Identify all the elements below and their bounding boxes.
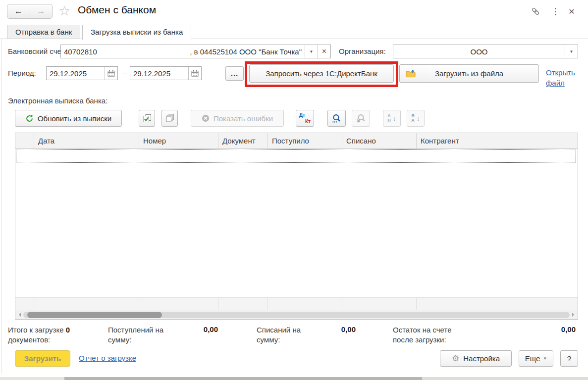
load-report-link[interactable]: Отчет о загрузке xyxy=(79,354,136,362)
more-label: Еще xyxy=(525,354,540,363)
load-from-file-label: Загрузить из файла xyxy=(435,69,503,78)
mark-all-button[interactable] xyxy=(139,110,155,127)
period-more-button[interactable]: ... xyxy=(225,66,244,81)
get-link-icon[interactable] xyxy=(529,5,542,18)
period-from-value: 29.12.2025 xyxy=(47,67,105,80)
totals-receipts-value: 0,00 xyxy=(168,325,218,333)
table-footer-row xyxy=(15,297,578,310)
calendar-icon xyxy=(191,70,199,77)
forward-button[interactable]: → xyxy=(30,4,53,18)
chevron-down-icon: ▼ xyxy=(570,49,574,54)
statement-table: Дата Номер Документ Поступило Списано Ко… xyxy=(15,133,578,320)
column-header-received[interactable]: Поступило xyxy=(268,133,342,148)
column-header-date[interactable]: Дата xyxy=(34,133,139,148)
organization-label: Организация: xyxy=(339,45,386,58)
scrollbar-thumb[interactable] xyxy=(27,312,162,318)
load-button[interactable]: Загрузить xyxy=(15,350,70,367)
refresh-icon xyxy=(25,114,34,123)
period-to-value: 29.12.2025 xyxy=(130,67,188,80)
period-to-calendar-button[interactable] xyxy=(188,67,201,80)
show-errors-button[interactable]: Показать ошибки xyxy=(191,110,284,127)
chain-icon xyxy=(530,6,541,17)
kebab-menu-icon[interactable] xyxy=(549,5,562,18)
tab-send-to-bank[interactable]: Отправка в банк xyxy=(7,25,80,39)
search-button[interactable] xyxy=(327,110,346,127)
error-circle-icon xyxy=(202,114,210,122)
bank-account-value: 40702810 , в 044525104 ООО "Банк Точка" xyxy=(61,45,305,58)
load-from-file-button[interactable]: Загрузить из файла xyxy=(399,64,539,83)
show-postings-button[interactable]: Дт Кт xyxy=(296,110,314,127)
focused-empty-row[interactable] xyxy=(16,149,576,163)
settings-label: Настройка xyxy=(463,354,500,363)
scroll-right-arrow[interactable] xyxy=(572,313,576,317)
bank-account-clear-button[interactable]: × xyxy=(318,45,330,58)
chevron-down-icon: ▼ xyxy=(543,356,547,361)
forward-arrow-icon: → xyxy=(37,6,45,16)
page-title: Обмен с банком xyxy=(78,4,156,16)
back-button[interactable]: ← xyxy=(7,4,30,18)
column-header-writtenoff[interactable]: Списано xyxy=(342,133,417,148)
folder-upload-icon xyxy=(406,69,416,78)
close-icon[interactable]: × xyxy=(565,5,578,18)
refresh-from-statement-label: Обновить из выписки xyxy=(38,114,111,123)
copy-documents-icon xyxy=(165,114,174,123)
open-file-link[interactable]: Открыть файл xyxy=(546,67,580,88)
nav-history-group: ← → xyxy=(7,4,53,19)
totals-docs-count: 0 xyxy=(66,326,70,334)
column-header-counterparty[interactable]: Контрагент xyxy=(417,133,578,148)
clear-icon: × xyxy=(322,47,326,56)
organization-dropdown-button[interactable]: ▼ xyxy=(565,45,578,58)
sort-az-icon: АЯ xyxy=(387,114,391,123)
down-arrow-icon: ↓ xyxy=(393,114,396,122)
unmark-all-button[interactable] xyxy=(161,110,178,127)
search-icon xyxy=(332,114,341,123)
request-directbank-button[interactable]: Запросить через 1С:ДиректБанк xyxy=(249,64,394,83)
refresh-from-statement-button[interactable]: Обновить из выписки xyxy=(15,110,122,127)
period-dash: – xyxy=(121,66,128,80)
back-arrow-icon: ← xyxy=(14,6,23,16)
bank-account-bank: , в 044525104 ООО "Банк Точка" xyxy=(190,48,302,56)
bank-account-label: Банковский счет: xyxy=(8,45,66,58)
favorite-star-icon[interactable]: ☆ xyxy=(58,3,70,19)
column-header-number[interactable]: Номер xyxy=(139,133,218,148)
gear-icon: ⚙ xyxy=(452,353,459,364)
totals-writeoffs-value: 0,00 xyxy=(306,325,356,333)
sort-descending-button[interactable]: ЯА ↓ xyxy=(407,110,425,127)
period-label: Период: xyxy=(8,66,36,80)
taskbar-strip xyxy=(0,377,588,380)
table-header-row: Дата Номер Документ Поступило Списано Ко… xyxy=(15,133,578,149)
period-from-input[interactable]: 29.12.2025 xyxy=(46,66,118,80)
calendar-icon xyxy=(107,70,115,77)
check-documents-icon xyxy=(143,114,152,123)
more-button[interactable]: Еще ▼ xyxy=(519,350,553,367)
scroll-left-arrow[interactable] xyxy=(17,313,21,317)
search-cancel-icon xyxy=(356,114,366,123)
organization-combobox[interactable]: ООО ▼ xyxy=(393,45,578,58)
sort-za-icon: ЯА xyxy=(411,114,415,123)
totals-docs-label: Итого к загрузке 0 документов: xyxy=(8,325,105,345)
totals-balance-value: 0,00 xyxy=(509,325,576,333)
show-errors-label: Показать ошибки xyxy=(214,114,273,123)
column-header-flag xyxy=(15,133,34,148)
bank-account-number: 40702810 xyxy=(64,48,97,56)
period-to-input[interactable]: 29.12.2025 xyxy=(130,66,202,80)
period-from-calendar-button[interactable] xyxy=(105,67,117,80)
scrollbar-track[interactable] xyxy=(23,312,570,318)
tab-load-statement[interactable]: Загрузка выписки из банка xyxy=(82,25,191,40)
chevron-down-icon: ▼ xyxy=(310,49,314,54)
totals-receipts-label: Поступлений на сумму: xyxy=(108,325,175,345)
pane-left-border xyxy=(1,39,2,374)
horizontal-scrollbar[interactable] xyxy=(15,310,578,319)
settings-button[interactable]: ⚙ Настройка xyxy=(440,350,512,367)
organization-value: ООО xyxy=(393,45,565,58)
bank-exchange-window: ← → ☆ Обмен с банком × Отправка в банк З… xyxy=(0,0,588,380)
help-button[interactable]: ? xyxy=(560,350,578,367)
down-arrow-icon: ↓ xyxy=(417,114,420,122)
debit-label: Дт xyxy=(299,112,305,118)
sort-ascending-button[interactable]: АЯ ↓ xyxy=(383,110,401,127)
bank-account-dropdown-button[interactable]: ▼ xyxy=(305,45,318,58)
column-header-document[interactable]: Документ xyxy=(218,133,268,148)
bank-account-combobox[interactable]: 40702810 , в 044525104 ООО "Банк Точка" … xyxy=(60,45,331,58)
cancel-search-button[interactable] xyxy=(352,110,370,127)
totals-balance-label: Остаток на счете после загрузки: xyxy=(393,325,472,345)
